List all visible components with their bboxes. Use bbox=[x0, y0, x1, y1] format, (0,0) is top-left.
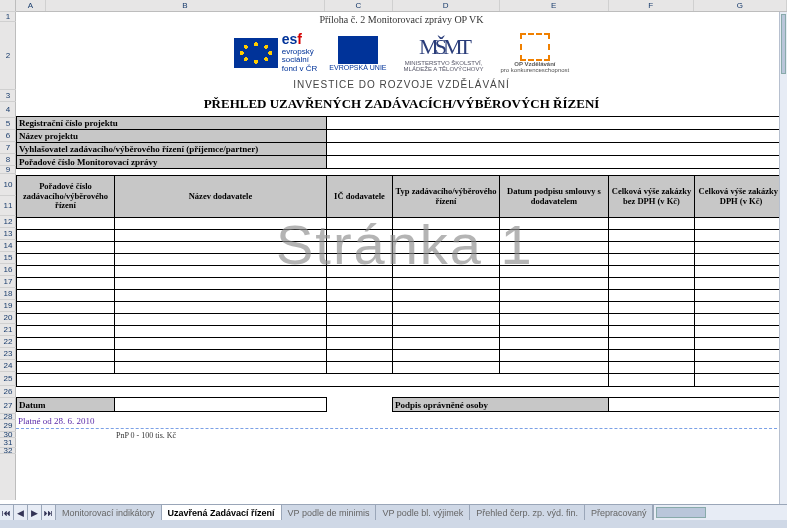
table-cell[interactable] bbox=[17, 314, 115, 326]
table-cell[interactable] bbox=[500, 242, 609, 254]
table-cell[interactable] bbox=[393, 326, 500, 338]
table-cell[interactable] bbox=[609, 338, 695, 350]
row-header-12[interactable]: 12 bbox=[0, 216, 16, 228]
table-cell[interactable] bbox=[393, 338, 500, 350]
row-header-20[interactable]: 20 bbox=[0, 312, 16, 324]
table-cell[interactable] bbox=[609, 302, 695, 314]
row-header-11[interactable]: 11 bbox=[0, 196, 16, 216]
table-cell[interactable] bbox=[327, 326, 393, 338]
sheet-tab[interactable]: VP podle bl. výjimek bbox=[376, 505, 470, 520]
table-cell[interactable] bbox=[115, 290, 327, 302]
table-cell[interactable] bbox=[17, 326, 115, 338]
table-cell[interactable] bbox=[327, 362, 393, 374]
meta-issuer-value[interactable] bbox=[327, 143, 787, 156]
tab-prev-icon[interactable]: ◀ bbox=[14, 505, 28, 520]
vscroll-thumb[interactable] bbox=[781, 14, 786, 74]
col-header-B[interactable]: B bbox=[46, 0, 325, 11]
table-cell[interactable] bbox=[695, 266, 788, 278]
table-cell[interactable] bbox=[500, 290, 609, 302]
col-header-C[interactable]: C bbox=[325, 0, 392, 11]
table-cell[interactable] bbox=[393, 254, 500, 266]
row-header-6[interactable]: 6 bbox=[0, 130, 16, 142]
sheet-tab[interactable]: Uzavřená Zadávací řízení bbox=[162, 505, 282, 520]
table-cell[interactable] bbox=[500, 266, 609, 278]
row-header-25[interactable]: 25 bbox=[0, 372, 16, 386]
table-cell[interactable] bbox=[393, 230, 500, 242]
table-cell[interactable] bbox=[695, 326, 788, 338]
row-header-24[interactable]: 24 bbox=[0, 360, 16, 372]
table-cell[interactable] bbox=[17, 290, 115, 302]
table-cell[interactable] bbox=[393, 266, 500, 278]
col-header-E[interactable]: E bbox=[500, 0, 609, 11]
table-cell[interactable] bbox=[17, 338, 115, 350]
table-cell[interactable] bbox=[695, 254, 788, 266]
table-cell[interactable] bbox=[695, 218, 788, 230]
table-cell[interactable] bbox=[609, 350, 695, 362]
table-cell[interactable] bbox=[695, 290, 788, 302]
table-cell[interactable] bbox=[609, 218, 695, 230]
table-cell[interactable] bbox=[500, 350, 609, 362]
sheet-tab[interactable]: Přehled čerp. zp. výd. fin. bbox=[470, 505, 585, 520]
table-cell[interactable] bbox=[17, 230, 115, 242]
table-cell[interactable] bbox=[17, 242, 115, 254]
table-cell[interactable] bbox=[500, 278, 609, 290]
table-cell[interactable] bbox=[393, 218, 500, 230]
row-header-4[interactable]: 4 bbox=[0, 102, 16, 118]
row-header-14[interactable]: 14 bbox=[0, 240, 16, 252]
row-header-5[interactable]: 5 bbox=[0, 118, 16, 130]
table-cell[interactable] bbox=[17, 362, 115, 374]
table-cell[interactable] bbox=[17, 302, 115, 314]
table-cell[interactable] bbox=[609, 362, 695, 374]
table-cell[interactable] bbox=[500, 254, 609, 266]
table-cell[interactable] bbox=[17, 266, 115, 278]
row-header-21[interactable]: 21 bbox=[0, 324, 16, 336]
table-cell[interactable] bbox=[327, 218, 393, 230]
table-cell[interactable] bbox=[115, 266, 327, 278]
row-header-32[interactable]: 32 bbox=[0, 448, 16, 454]
table-cell[interactable] bbox=[115, 326, 327, 338]
row-header-23[interactable]: 23 bbox=[0, 348, 16, 360]
table-cell[interactable] bbox=[393, 362, 500, 374]
table-cell[interactable] bbox=[393, 302, 500, 314]
vertical-scrollbar[interactable] bbox=[779, 12, 787, 504]
row-header-10[interactable]: 10 bbox=[0, 174, 16, 196]
table-cell[interactable] bbox=[609, 290, 695, 302]
table-cell[interactable] bbox=[327, 290, 393, 302]
table-cell[interactable] bbox=[609, 254, 695, 266]
table-cell[interactable] bbox=[115, 254, 327, 266]
table-cell[interactable] bbox=[115, 362, 327, 374]
table-cell[interactable] bbox=[695, 230, 788, 242]
table-cell[interactable] bbox=[327, 338, 393, 350]
table-cell[interactable] bbox=[500, 362, 609, 374]
table-cell[interactable] bbox=[609, 230, 695, 242]
table-cell[interactable] bbox=[327, 278, 393, 290]
row-header-16[interactable]: 16 bbox=[0, 264, 16, 276]
table-cell[interactable] bbox=[327, 254, 393, 266]
table-cell[interactable] bbox=[115, 218, 327, 230]
table-cell[interactable] bbox=[17, 278, 115, 290]
table-cell[interactable] bbox=[393, 314, 500, 326]
col-header-G[interactable]: G bbox=[694, 0, 787, 11]
table-cell[interactable] bbox=[695, 242, 788, 254]
meta-seq-value[interactable] bbox=[327, 156, 787, 169]
row-header-15[interactable]: 15 bbox=[0, 252, 16, 264]
table-cell[interactable] bbox=[393, 278, 500, 290]
table-cell[interactable] bbox=[695, 302, 788, 314]
table-cell[interactable] bbox=[609, 266, 695, 278]
table-cell[interactable] bbox=[609, 278, 695, 290]
row-header-2[interactable]: 2 bbox=[0, 22, 16, 90]
table-cell[interactable] bbox=[695, 362, 788, 374]
table-cell[interactable] bbox=[500, 338, 609, 350]
row-header-19[interactable]: 19 bbox=[0, 300, 16, 312]
meta-reg-value[interactable] bbox=[327, 117, 787, 130]
table-cell[interactable] bbox=[500, 230, 609, 242]
table-cell[interactable] bbox=[115, 302, 327, 314]
table-cell[interactable] bbox=[500, 218, 609, 230]
tab-last-icon[interactable]: ⏭ bbox=[42, 505, 56, 520]
row-header-18[interactable]: 18 bbox=[0, 288, 16, 300]
table-cell[interactable] bbox=[393, 290, 500, 302]
sheet-tab[interactable]: Přepracovaný bbox=[585, 505, 654, 520]
table-cell[interactable] bbox=[327, 302, 393, 314]
table-cell[interactable] bbox=[609, 314, 695, 326]
horizontal-scrollbar[interactable] bbox=[653, 505, 787, 520]
